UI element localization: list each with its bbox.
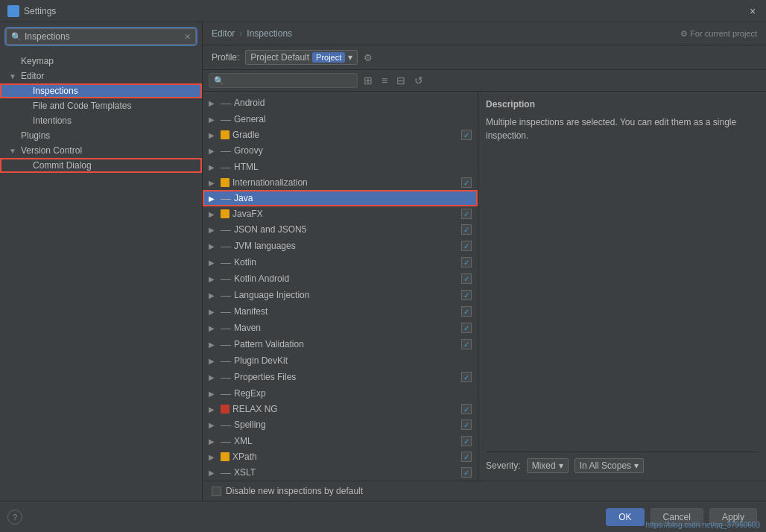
list-item[interactable]: ▶ — RegExp: [203, 385, 478, 402]
list-item[interactable]: ▶ — JVM languages: [203, 238, 478, 254]
list-item[interactable]: ▶ — Pattern Validation: [203, 336, 478, 352]
dash-icon: —: [221, 338, 231, 350]
list-item[interactable]: ▶ — Kotlin: [203, 254, 478, 270]
severity-value: Mixed: [532, 460, 556, 471]
list-item[interactable]: ▶ — General: [203, 111, 478, 127]
profile-select[interactable]: Project Default Project ▾: [245, 50, 358, 65]
sidebar-item-label: Version Control: [21, 145, 191, 156]
sidebar-item-keymap[interactable]: Keymap ⎘: [0, 54, 202, 69]
inspection-name: JavaFX: [232, 209, 458, 219]
profile-bar: Profile: Project Default Project ▾ ⚙: [203, 45, 766, 70]
list-item[interactable]: ▶ — Plugin DevKit: [203, 352, 478, 369]
dash-icon: —: [221, 305, 231, 317]
inspections-search-input[interactable]: [227, 75, 352, 86]
dash-icon: —: [221, 161, 231, 173]
inspection-checkbox[interactable]: [461, 436, 472, 446]
breadcrumb-inspections: Inspections: [247, 28, 292, 39]
right-panel: Editor › Inspections ⚙ For current proje…: [203, 22, 766, 501]
description-panel: Description Multiple inspections are sel…: [478, 92, 766, 481]
list-item[interactable]: ▶ — Manifest: [203, 303, 478, 320]
checkbox-icon[interactable]: [212, 487, 221, 496]
list-item[interactable]: ▶ — XSLT: [203, 464, 478, 481]
list-item[interactable]: ▶ — Maven: [203, 320, 478, 336]
sidebar-item-editor[interactable]: ▼ Editor: [0, 69, 202, 83]
sidebar-item-plugins[interactable]: Plugins: [0, 128, 202, 143]
inspection-checkbox[interactable]: [461, 177, 472, 188]
breadcrumb-separator: ›: [239, 28, 242, 39]
inspection-checkbox[interactable]: [461, 306, 472, 317]
help-button[interactable]: ?: [7, 510, 22, 525]
inspection-checkbox[interactable]: [461, 372, 472, 382]
inspection-name: XSLT: [234, 467, 458, 478]
expand-icon: ▶: [209, 275, 218, 283]
toggle-icon: ▼: [9, 72, 18, 80]
inspections-search-box[interactable]: 🔍: [209, 73, 358, 88]
severity-color: [221, 405, 230, 414]
list-item[interactable]: ▶ Internationalization: [203, 175, 478, 190]
chevron-down-icon: ▾: [634, 460, 639, 471]
sidebar-search-input[interactable]: [25, 31, 184, 42]
disable-inspections-checkbox-wrapper[interactable]: Disable new inspections by default: [212, 486, 363, 496]
severity-select[interactable]: Mixed ▾: [527, 458, 569, 473]
expand-icon: ▶: [209, 373, 218, 381]
inspection-checkbox[interactable]: [461, 323, 472, 333]
profile-tag: Project: [312, 52, 345, 63]
search-clear-icon[interactable]: ✕: [184, 32, 191, 42]
inspection-checkbox[interactable]: [461, 452, 472, 462]
inspection-checkbox[interactable]: [461, 467, 472, 478]
list-item[interactable]: ▶ — Java: [203, 190, 478, 206]
search-icon: 🔍: [214, 76, 224, 86]
profile-label: Profile:: [212, 52, 239, 63]
ok-button[interactable]: OK: [606, 508, 644, 526]
sidebar-item-intentions[interactable]: Intentions: [0, 113, 202, 128]
sidebar-search-box[interactable]: 🔍 ✕: [6, 28, 196, 45]
severity-color: [221, 178, 230, 187]
inspection-checkbox[interactable]: [461, 130, 472, 140]
reset-button[interactable]: ↺: [411, 73, 426, 88]
inspection-checkbox[interactable]: [461, 404, 472, 414]
list-item[interactable]: ▶ — Properties Files: [203, 369, 478, 385]
list-item[interactable]: ▶ JavaFX: [203, 206, 478, 221]
severity-bar: Severity: Mixed ▾ In All Scopes ▾: [486, 452, 759, 473]
dash-icon: —: [221, 192, 231, 204]
list-item[interactable]: ▶ RELAX NG: [203, 402, 478, 417]
inspection-checkbox[interactable]: [461, 273, 472, 284]
sidebar-item-inspections[interactable]: Inspections ⎘: [0, 83, 202, 98]
list-item[interactable]: ▶ — JSON and JSON5: [203, 221, 478, 238]
sidebar-item-version-control[interactable]: ▼ Version Control ⎘: [0, 143, 202, 158]
inspection-checkbox[interactable]: [461, 257, 472, 267]
inspection-checkbox[interactable]: [461, 209, 472, 219]
title-bar: Settings ×: [0, 0, 766, 22]
scope-select[interactable]: In All Scopes ▾: [574, 458, 644, 473]
inspection-checkbox[interactable]: [461, 419, 472, 430]
close-button[interactable]: ×: [747, 5, 759, 17]
gear-icon[interactable]: ⚙: [364, 52, 373, 63]
expand-icon: ▶: [209, 259, 218, 267]
inspection-checkbox[interactable]: [461, 339, 472, 349]
list-item[interactable]: ▶ — HTML: [203, 159, 478, 175]
inspection-name: Manifest: [234, 306, 458, 317]
expand-all-button[interactable]: ≡: [379, 73, 390, 88]
sidebar-item-commit-dialog[interactable]: Commit Dialog ⎘: [0, 158, 202, 173]
inspection-name: Pattern Validation: [234, 339, 458, 349]
list-item[interactable]: ▶ — Language Injection: [203, 287, 478, 303]
severity-color: [221, 452, 230, 461]
list-item[interactable]: ▶ — Kotlin Android: [203, 270, 478, 287]
list-item[interactable]: ▶ — Spelling: [203, 417, 478, 433]
list-item[interactable]: ▶ XPath: [203, 449, 478, 464]
list-item[interactable]: ▶ Gradle: [203, 127, 478, 142]
inspection-checkbox[interactable]: [461, 241, 472, 251]
inspection-name: Maven: [234, 323, 458, 333]
list-item[interactable]: ▶ — Groovy: [203, 142, 478, 159]
inspection-checkbox[interactable]: [461, 224, 472, 235]
filter-button[interactable]: ⊞: [361, 73, 376, 88]
chevron-down-icon: ▾: [559, 460, 563, 471]
list-item[interactable]: ▶ — XML: [203, 433, 478, 449]
collapse-all-button[interactable]: ⊟: [393, 73, 408, 88]
inspection-checkbox[interactable]: [461, 290, 472, 300]
list-item[interactable]: ▶ — Android: [203, 95, 478, 111]
inspection-name: Spelling: [234, 419, 458, 430]
inspection-name: Plugin DevKit: [234, 355, 472, 366]
sidebar-item-file-templates[interactable]: File and Code Templates ⎘: [0, 98, 202, 113]
inspection-name: Groovy: [234, 145, 472, 156]
